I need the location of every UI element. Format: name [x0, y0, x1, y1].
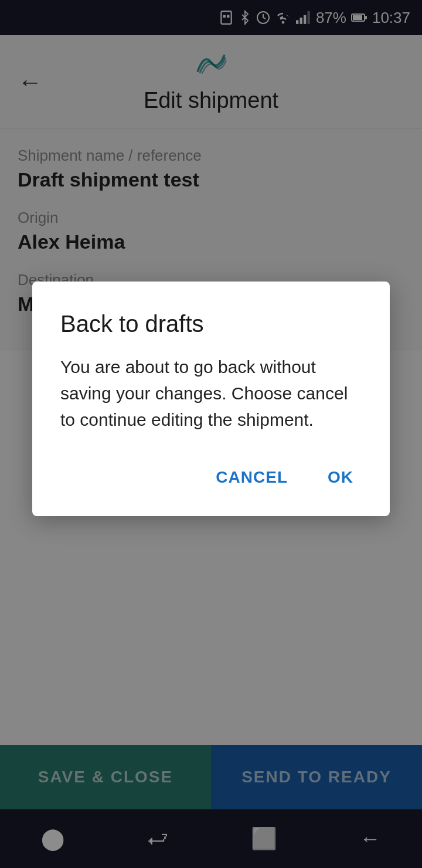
back-to-drafts-dialog: Back to drafts You are about to go back … — [32, 282, 390, 516]
ok-button[interactable]: OK — [319, 462, 362, 493]
dialog-buttons: CANCEL OK — [60, 462, 362, 493]
cancel-button[interactable]: CANCEL — [207, 462, 296, 493]
dialog-title: Back to drafts — [60, 311, 362, 337]
dialog-body: You are about to go back without saving … — [60, 354, 362, 433]
